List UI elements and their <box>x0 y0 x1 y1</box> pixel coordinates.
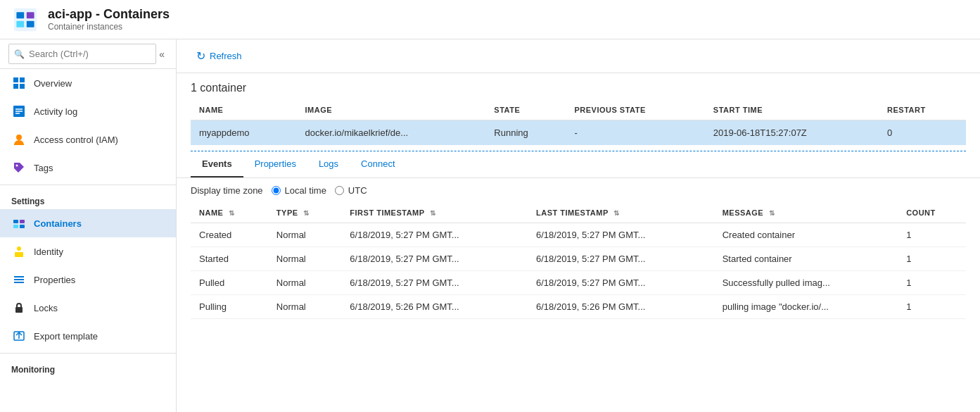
event-message: pulling image "docker.io/... <box>714 295 898 319</box>
svg-rect-1 <box>16 12 24 18</box>
main-content: ↻ Refresh 1 container NAME IMAGE STATE P… <box>177 39 980 412</box>
sidebar-item-label: Locks <box>34 303 58 313</box>
sidebar-item-containers[interactable]: Containers <box>0 209 176 237</box>
sidebar-item-label: Export template <box>34 331 98 342</box>
event-first-ts: 6/18/2019, 5:26 PM GMT... <box>341 295 528 319</box>
event-type: Normal <box>268 271 341 295</box>
sidebar-search-area: 🔍 « <box>0 39 176 69</box>
event-first-ts: 6/18/2019, 5:27 PM GMT... <box>341 271 528 295</box>
events-table-wrapper: NAME ⇅ TYPE ⇅ FIRST TIMESTAMP ⇅ LAST TIM… <box>177 203 980 319</box>
sort-icon-type: ⇅ <box>303 209 310 217</box>
event-message: Started container <box>714 247 898 271</box>
containers-icon <box>11 216 27 231</box>
overview-icon <box>11 75 27 91</box>
event-last-ts: 6/18/2019, 5:27 PM GMT... <box>528 271 714 295</box>
sidebar-item-locks[interactable]: Locks <box>0 294 176 322</box>
local-time-option[interactable]: Local time <box>272 185 326 196</box>
events-table: NAME ⇅ TYPE ⇅ FIRST TIMESTAMP ⇅ LAST TIM… <box>191 203 966 319</box>
event-count: 1 <box>898 271 966 295</box>
col-name: NAME <box>191 100 296 120</box>
toolbar: ↻ Refresh <box>177 39 980 73</box>
svg-rect-20 <box>15 252 23 257</box>
table-row[interactable]: Created Normal 6/18/2019, 5:27 PM GMT...… <box>191 223 966 247</box>
locks-icon <box>11 300 27 316</box>
settings-section-label: Settings <box>0 188 176 209</box>
sidebar-item-label: Access control (IAM) <box>34 135 118 145</box>
search-icon: 🔍 <box>14 49 25 59</box>
events-col-last-ts[interactable]: LAST TIMESTAMP ⇅ <box>528 203 714 223</box>
sidebar-item-properties[interactable]: Properties <box>0 266 176 294</box>
sidebar-item-label: Containers <box>34 218 82 229</box>
events-col-count: COUNT <box>898 203 966 223</box>
events-col-type[interactable]: TYPE ⇅ <box>268 203 341 223</box>
properties-icon <box>11 272 27 287</box>
event-name: Started <box>191 247 268 271</box>
iam-icon <box>11 132 27 147</box>
tab-logs[interactable]: Logs <box>307 151 350 177</box>
refresh-button[interactable]: ↻ Refresh <box>191 46 248 65</box>
event-message: Successfully pulled imag... <box>714 271 898 295</box>
cell-previous-state: - <box>566 120 704 146</box>
sub-tabs: Events Properties Logs Connect <box>177 151 980 178</box>
col-restart: RESTART <box>879 100 966 120</box>
utc-radio[interactable] <box>335 186 344 195</box>
table-row[interactable]: Pulling Normal 6/18/2019, 5:26 PM GMT...… <box>191 295 966 319</box>
events-col-name[interactable]: NAME ⇅ <box>191 203 268 223</box>
svg-rect-18 <box>20 225 25 228</box>
event-last-ts: 6/18/2019, 5:27 PM GMT... <box>528 223 714 247</box>
svg-rect-24 <box>15 307 23 313</box>
table-row[interactable]: Pulled Normal 6/18/2019, 5:27 PM GMT... … <box>191 271 966 295</box>
svg-rect-5 <box>13 77 18 82</box>
sidebar-item-iam[interactable]: Access control (IAM) <box>0 125 176 154</box>
svg-rect-17 <box>13 225 18 228</box>
refresh-icon: ↻ <box>196 49 205 63</box>
page-title: aci-app - Containers <box>48 7 170 22</box>
sidebar-item-tags[interactable]: Tags <box>0 154 176 182</box>
local-time-radio[interactable] <box>272 186 281 195</box>
sidebar-item-overview[interactable]: Overview <box>0 69 176 97</box>
app-icon <box>11 6 39 34</box>
cell-state: Running <box>485 120 566 146</box>
tab-events[interactable]: Events <box>191 151 243 177</box>
event-first-ts: 6/18/2019, 5:27 PM GMT... <box>341 223 528 247</box>
sidebar-item-activity-log[interactable]: Activity log <box>0 97 176 125</box>
event-name: Pulling <box>191 295 268 319</box>
tags-icon <box>11 160 27 175</box>
event-count: 1 <box>898 247 966 271</box>
search-input[interactable] <box>8 44 156 64</box>
cell-image: docker.io/mikaelkrief/de... <box>296 120 485 146</box>
svg-point-19 <box>17 246 21 251</box>
sidebar-item-export-template[interactable]: Export template <box>0 322 176 350</box>
sort-icon-first-ts: ⇅ <box>430 209 436 217</box>
cell-start-time: 2019-06-18T15:27:07Z <box>705 120 879 146</box>
event-type: Normal <box>268 247 341 271</box>
tab-connect[interactable]: Connect <box>350 151 406 177</box>
events-col-message[interactable]: MESSAGE ⇅ <box>714 203 898 223</box>
svg-rect-6 <box>20 77 25 82</box>
table-row[interactable]: Started Normal 6/18/2019, 5:27 PM GMT...… <box>191 247 966 271</box>
activity-log-icon <box>11 104 27 119</box>
svg-point-14 <box>16 165 18 167</box>
app-header: aci-app - Containers Container instances <box>0 0 980 39</box>
event-last-ts: 6/18/2019, 5:26 PM GMT... <box>528 295 714 319</box>
export-icon <box>11 328 27 344</box>
svg-rect-15 <box>13 220 18 223</box>
timezone-label: Display time zone <box>191 185 263 196</box>
svg-rect-8 <box>20 84 25 89</box>
collapse-sidebar-button[interactable]: « <box>156 46 167 63</box>
page-subtitle: Container instances <box>48 22 170 32</box>
sidebar-item-identity[interactable]: Identity <box>0 237 176 266</box>
sort-icon-message: ⇅ <box>769 209 775 217</box>
containers-table-wrapper: NAME IMAGE STATE PREVIOUS STATE START TI… <box>177 100 980 145</box>
utc-option[interactable]: UTC <box>335 185 367 196</box>
containers-table: NAME IMAGE STATE PREVIOUS STATE START TI… <box>191 100 966 145</box>
sidebar: 🔍 « Overview Activity log Access control… <box>0 39 177 412</box>
table-row[interactable]: myappdemo docker.io/mikaelkrief/de... Ru… <box>191 120 966 146</box>
events-col-first-ts[interactable]: FIRST TIMESTAMP ⇅ <box>341 203 528 223</box>
col-state: STATE <box>485 100 566 120</box>
sort-icon-last-ts: ⇅ <box>613 209 620 217</box>
tab-properties[interactable]: Properties <box>243 151 307 177</box>
event-count: 1 <box>898 223 966 247</box>
event-name: Pulled <box>191 271 268 295</box>
identity-icon <box>11 244 27 259</box>
